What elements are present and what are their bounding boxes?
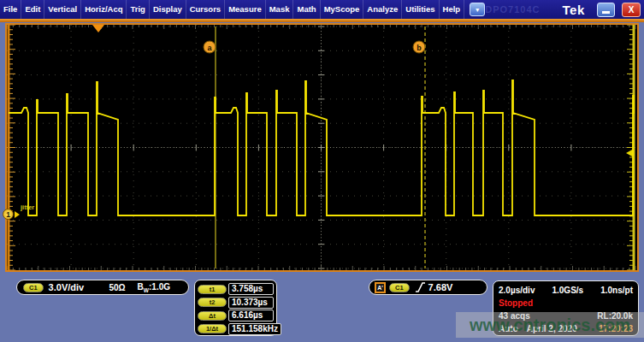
menu-item-mask[interactable]: Mask — [266, 0, 294, 19]
trigger-readout[interactable]: A' C1 7.68V — [369, 280, 487, 295]
cursor-value: 6.616µs — [228, 310, 274, 321]
menu-item-trig[interactable]: Trig — [127, 0, 149, 19]
watermark: www.cntronics.com — [456, 312, 644, 338]
menu-item-cursors[interactable]: Cursors — [186, 0, 225, 19]
cursor-row: t210.373µs — [198, 296, 274, 309]
menu-item-edit[interactable]: Edit — [21, 0, 44, 19]
channel-1-badge: 1 — [3, 209, 14, 220]
timebase-value: 2.0µs/div — [499, 286, 535, 295]
accent-divider — [0, 19, 644, 22]
cursor-a-label: a — [204, 41, 216, 53]
channel-impedance: 50Ω — [109, 283, 125, 292]
menu-dropdown-button[interactable]: ▼ — [470, 3, 485, 16]
menu-item-file[interactable]: File — [0, 0, 21, 19]
menu-item-utilities[interactable]: Utilities — [402, 0, 439, 19]
cursor-value: 10.373µs — [228, 297, 274, 309]
acquisition-status: Stopped — [499, 298, 533, 308]
channel-bandwidth: BW:1.0G — [138, 282, 170, 293]
menu-item-vertical[interactable]: Vertical — [44, 0, 81, 19]
cursor-row: t13.758µs — [198, 283, 274, 296]
trigger-source-badge: C1 — [389, 283, 410, 292]
menu-item-myscope[interactable]: MyScope — [321, 0, 364, 19]
channel-badge: C1 — [23, 283, 44, 292]
minimize-button[interactable] — [597, 3, 616, 17]
model-label: DPO7104C — [485, 4, 540, 15]
menu-bar: FileEditVerticalHoriz/AcqTrigDisplayCurs… — [0, 0, 644, 19]
resolution-value: 1.0ns/pt — [600, 286, 633, 295]
menu-item-measure[interactable]: Measure — [225, 0, 266, 19]
cursor-value: 3.758µs — [228, 283, 274, 295]
cursor-row: Δt6.616µs — [198, 310, 274, 322]
close-button[interactable]: X — [622, 3, 641, 17]
sample-rate-value: 1.0GS/s — [552, 286, 583, 295]
jitter-annotation: jitter — [20, 203, 34, 211]
svg-text:b: b — [417, 44, 422, 52]
menu-item-analyze[interactable]: Analyze — [363, 0, 402, 19]
cursor-b-label: b — [413, 41, 425, 53]
cursor-badge: t2 — [198, 298, 227, 307]
menu-item-horiz-acq[interactable]: Horiz/Acq — [81, 0, 127, 19]
oscilloscope-window: FileEditVerticalHoriz/AcqTrigDisplayCurs… — [0, 0, 644, 342]
cursor-badge: 1/Δt — [198, 324, 227, 333]
tek-logo: Tek — [563, 3, 585, 17]
cursor-value: 151.158kHz — [228, 323, 281, 335]
trigger-level-value: 7.68V — [428, 282, 453, 292]
cursor-readout: t13.758µst210.373µsΔt6.616µs1/Δt151.158k… — [194, 280, 277, 336]
channel-scale: 3.0V/div — [49, 282, 85, 292]
menu-items: FileEditVerticalHoriz/AcqTrigDisplayCurs… — [0, 0, 464, 19]
rising-edge-icon — [415, 281, 426, 293]
scope-graticule: abjitter — [7, 25, 637, 270]
menu-item-display[interactable]: Display — [150, 0, 186, 19]
status-line: Stopped — [499, 297, 633, 310]
trigger-system-icon: A' — [375, 282, 386, 293]
menu-item-help[interactable]: Help — [440, 0, 465, 19]
cursor-row: 1/Δt151.158kHz — [198, 322, 274, 335]
trigger-position-marker[interactable] — [92, 25, 104, 32]
channel-readout[interactable]: C1 3.0V/div 50Ω BW:1.0G — [16, 280, 189, 295]
cursor-badge: Δt — [198, 311, 227, 321]
channel-arrow-icon — [15, 211, 20, 218]
timebase-line: 2.0µs/div 1.0GS/s 1.0ns/pt — [499, 284, 633, 297]
waveform-display: abjitter 1 — [5, 23, 639, 272]
channel-1-reference-marker[interactable]: 1 — [3, 209, 20, 220]
cursor-badge: t1 — [198, 285, 227, 294]
menu-item-math[interactable]: Math — [293, 0, 320, 19]
